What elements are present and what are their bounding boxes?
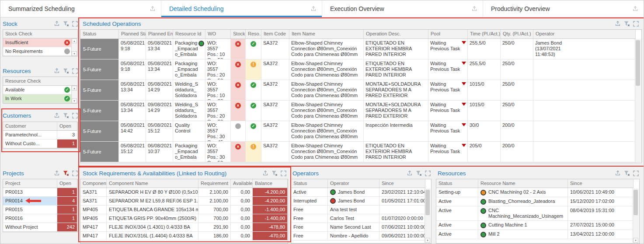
scroll-down-button[interactable]: ▼ — [633, 238, 638, 243]
column-header[interactable]: Since — [568, 179, 634, 188]
export-icon[interactable] — [310, 6, 317, 12]
column-header[interactable]: Status — [80, 30, 119, 38]
export-icon[interactable] — [632, 6, 638, 12]
project-row[interactable]: PR0014 4 — [3, 197, 77, 206]
column-header[interactable]: Requirement — [198, 179, 231, 188]
stock-requirement-row[interactable]: MP417 FLEJE INOX/316L (1.4404) 0.4/333 B… — [80, 232, 288, 241]
scheduled-operation-row[interactable]: 5-Future 05/08/2021 9:18 05/08/2021 13:3… — [80, 59, 636, 80]
customer-row[interactable]: Without Custo... 1 — [3, 139, 77, 148]
clear-filter-icon[interactable] — [63, 170, 69, 176]
tab[interactable]: Detailed Scheduling — [161, 0, 322, 17]
column-header[interactable]: Resource Name — [478, 179, 568, 188]
column-header[interactable]: Operator — [328, 179, 379, 188]
export-icon[interactable] — [54, 68, 60, 74]
column-header[interactable]: Project — [3, 179, 57, 188]
resource-row[interactable]: Active Mill 2 13/04/2021 12:00:00 — [436, 230, 634, 239]
scheduled-operation-row[interactable]: 5-Future 05/08/2021 15:12 06/08/2021 10:… — [80, 142, 636, 162]
scrollbar[interactable]: ▼ — [425, 188, 431, 243]
column-header[interactable]: Reso... — [246, 30, 261, 38]
project-row[interactable]: PR0016 1 — [3, 214, 77, 223]
expand-icon[interactable] — [72, 21, 78, 27]
operator-row[interactable]: Free Nombre - Apellido 09/06/2021 10:00:… — [291, 232, 425, 241]
export-icon[interactable] — [54, 112, 60, 119]
column-header[interactable]: Open — [57, 122, 77, 130]
export-icon[interactable] — [615, 170, 621, 176]
column-header[interactable]: Operation Desc. — [364, 30, 428, 38]
export-icon[interactable] — [471, 6, 477, 12]
column-header[interactable]: Component Name — [107, 179, 198, 188]
resource-check-row[interactable]: Available — [3, 86, 77, 94]
column-header[interactable]: Item Name — [289, 30, 364, 38]
export-icon[interactable] — [407, 170, 413, 176]
scheduled-operation-row[interactable]: 5-Future 05/08/2021 13:34 05/08/2021 14:… — [80, 80, 636, 101]
scheduled-operation-row[interactable]: 5-Future 05/08/2021 14:42 05/08/2021 15:… — [80, 121, 636, 142]
column-header[interactable]: WO — [205, 30, 231, 38]
clear-filter-icon[interactable] — [272, 170, 278, 176]
scheduled-operation-row[interactable]: 5-Future 05/08/2021 9:18 05/08/2021 13:3… — [80, 39, 636, 59]
scrollbar[interactable]: ▲ ▼ — [71, 38, 77, 56]
column-header[interactable]: Stock Check — [3, 30, 77, 38]
expand-icon[interactable] — [425, 171, 431, 176]
export-icon[interactable] — [615, 21, 621, 27]
stock-check-row[interactable]: Insufficient — [3, 38, 77, 47]
column-header[interactable]: Component — [80, 179, 107, 188]
column-header[interactable]: Available — [231, 179, 253, 188]
column-header[interactable]: Time (Pl./Act.) — [468, 30, 501, 38]
expand-icon[interactable] — [72, 171, 78, 176]
scroll-down-button[interactable]: ▼ — [72, 51, 77, 56]
stock-requirement-row[interactable]: SA371 SEPARADOR H EV Ø 80 Y Ø100 (0,5x10… — [80, 188, 288, 197]
resource-row[interactable]: Active CNC Machining_Mecanizado_Usinagem… — [436, 206, 634, 221]
scroll-down-button[interactable]: ▼ — [425, 238, 430, 243]
operator-row[interactable]: Interrupted James Bond 01/05/2021 17:01:… — [291, 197, 425, 206]
scroll-up-button[interactable]: ▲ — [72, 38, 77, 43]
resource-row[interactable]: Setting-up CNC Machining 02 - 2 Axis 10/… — [436, 188, 634, 197]
export-icon[interactable] — [262, 170, 268, 176]
resource-check-row[interactable]: In Work — [3, 94, 77, 103]
export-icon[interactable] — [150, 6, 156, 12]
scrollbar-thumb[interactable] — [425, 190, 430, 215]
stock-check-row[interactable]: No Requirements — [3, 47, 77, 56]
export-icon[interactable] — [54, 170, 60, 176]
column-header[interactable]: Status — [291, 179, 328, 188]
stock-requirement-row[interactable]: SA371 SEPARADOR M E2 L59,8 REF.06 ESP 1.… — [80, 197, 288, 206]
column-header[interactable]: Item Code — [261, 30, 289, 38]
column-header[interactable]: Planned Start — [119, 30, 146, 38]
column-header[interactable]: Pool — [428, 30, 468, 38]
operator-row[interactable]: Free Name Second Last 07/06/2021 10:00:0… — [291, 223, 425, 232]
stock-requirement-row[interactable]: MP405 ETIQUETA BLANCA GRANDE 105x134 mm.… — [80, 206, 288, 214]
clear-filter-icon[interactable] — [624, 170, 630, 176]
stock-requirement-row[interactable]: MP405 ETIQUETA GRIS PP. 90x40mm (2500/R)… — [80, 214, 288, 223]
tab[interactable]: Summarized Scheduling — [0, 0, 161, 17]
scrollbar[interactable] — [635, 39, 641, 162]
clear-filter-icon[interactable] — [416, 170, 422, 176]
tab[interactable]: Execution Overview — [322, 0, 483, 17]
column-header[interactable]: Open — [57, 179, 77, 188]
column-header[interactable]: Stock — [231, 30, 246, 38]
column-header[interactable]: Resource Check — [3, 77, 77, 86]
resource-row[interactable]: Active Cutting Machine 1 27/07/2021 15:0… — [436, 221, 634, 230]
column-header[interactable]: Balance — [253, 179, 288, 188]
expand-icon[interactable] — [281, 171, 286, 176]
scrollbar[interactable]: ▲ ▼ — [71, 86, 77, 103]
expand-icon[interactable] — [633, 171, 639, 176]
operator-row[interactable]: Active James Bond 23/02/2021 12:10:04 — [291, 188, 425, 197]
expand-icon[interactable] — [633, 21, 639, 27]
column-header[interactable]: Planned End — [146, 30, 173, 38]
tab[interactable]: Productivity Overview — [483, 0, 644, 17]
expand-icon[interactable] — [72, 113, 78, 119]
scrollbar-thumb[interactable] — [634, 190, 638, 215]
resource-row[interactable]: Active Blasting_Chorreado_Jateadora 15/1… — [436, 197, 634, 206]
scheduled-operation-row[interactable]: 5-Future 05/08/2021 13:34 09/08/2021 14:… — [80, 101, 636, 121]
column-header[interactable]: Customer — [3, 122, 57, 130]
column-header[interactable]: Since — [379, 179, 425, 188]
export-icon[interactable] — [54, 21, 60, 27]
scroll-down-button[interactable]: ▼ — [72, 98, 77, 103]
clear-filter-icon[interactable] — [63, 112, 69, 119]
expand-icon[interactable] — [72, 68, 78, 74]
scrollbar[interactable]: ▼ — [633, 188, 639, 243]
scrollbar-thumb[interactable] — [636, 40, 640, 86]
stock-requirement-row[interactable]: MP417 FLEJE INOX/304 (1.4301) 0.4/333 BA… — [80, 223, 288, 232]
clear-filter-icon[interactable] — [63, 68, 69, 74]
customer-row[interactable]: Parametechnol... 3 — [3, 131, 77, 139]
project-row[interactable]: PR0013 1 — [3, 188, 77, 197]
